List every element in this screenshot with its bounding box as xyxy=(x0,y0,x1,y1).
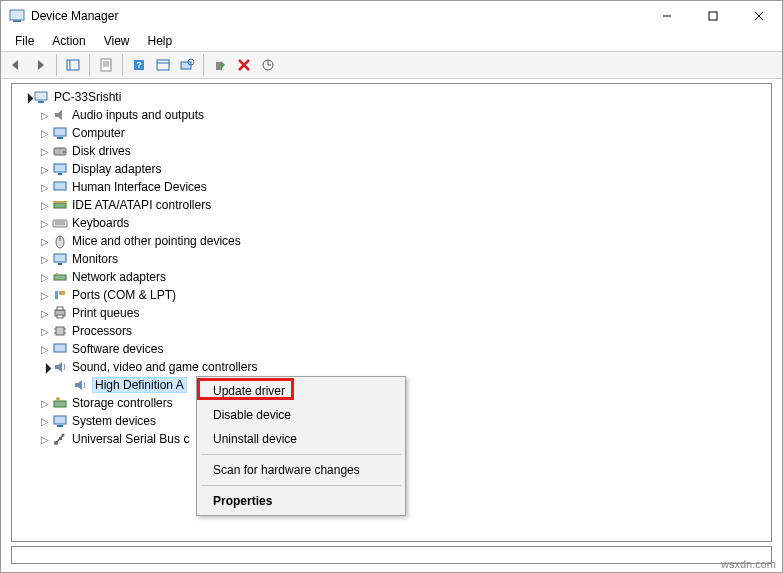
menubar: File Action View Help xyxy=(1,31,782,51)
update-driver-button[interactable] xyxy=(257,54,279,76)
expand-chevron-icon[interactable]: ▷ xyxy=(38,164,52,175)
expand-chevron-icon[interactable]: ▷ xyxy=(38,200,52,211)
tree-category[interactable]: ▷Network adapters xyxy=(16,268,771,286)
expand-chevron-icon[interactable]: ▷ xyxy=(38,272,52,283)
ctx-disable-device[interactable]: Disable device xyxy=(199,403,403,427)
help-button[interactable]: ? xyxy=(128,54,150,76)
minimize-button[interactable] xyxy=(644,1,690,31)
svg-rect-52 xyxy=(54,344,66,352)
svg-rect-41 xyxy=(56,273,58,275)
menu-action[interactable]: Action xyxy=(44,32,93,50)
toolbar: ? xyxy=(1,51,782,79)
expand-chevron-icon[interactable]: ▷ xyxy=(38,110,52,121)
storage-icon xyxy=(52,395,68,411)
pc-icon xyxy=(34,89,50,105)
expand-chevron-icon[interactable]: ▷ xyxy=(38,326,52,337)
uninstall-device-button[interactable] xyxy=(233,54,255,76)
svg-rect-30 xyxy=(54,182,66,190)
software-icon xyxy=(52,341,68,357)
expand-chevron-icon[interactable]: ▷ xyxy=(38,290,52,301)
ctx-update-driver[interactable]: Update driver xyxy=(199,379,403,403)
ctx-separator xyxy=(201,485,401,486)
menu-view[interactable]: View xyxy=(96,32,138,50)
svg-rect-28 xyxy=(54,164,66,172)
svg-text:?: ? xyxy=(136,60,142,70)
ctx-uninstall-device[interactable]: Uninstall device xyxy=(199,427,403,451)
sound-icon xyxy=(72,377,88,393)
forward-button[interactable] xyxy=(29,54,51,76)
enable-device-button[interactable] xyxy=(209,54,231,76)
ctx-scan-hardware[interactable]: Scan for hardware changes xyxy=(199,458,403,482)
scan-hardware-button[interactable] xyxy=(176,54,198,76)
expand-chevron-icon[interactable]: ▷ xyxy=(38,128,52,139)
tree-item-label: IDE ATA/ATAPI controllers xyxy=(72,198,211,212)
tree-category[interactable]: ▷Software devices xyxy=(16,340,771,358)
svg-rect-24 xyxy=(54,128,66,136)
expand-chevron-icon[interactable]: ▷ xyxy=(38,416,52,427)
tree-category[interactable]: ▷Disk drives xyxy=(16,142,771,160)
watermark: wsxdn.com xyxy=(721,558,776,570)
svg-rect-32 xyxy=(53,201,67,203)
show-hide-console-button[interactable] xyxy=(62,54,84,76)
close-button[interactable] xyxy=(736,1,782,31)
computer-icon xyxy=(52,125,68,141)
tree-category[interactable]: ▷IDE ATA/ATAPI controllers xyxy=(16,196,771,214)
expand-chevron-icon[interactable]: ▷ xyxy=(38,434,52,445)
tree-category[interactable]: ▷Display adapters xyxy=(16,160,771,178)
tree-category[interactable]: ▷Ports (COM & LPT) xyxy=(16,286,771,304)
tree-category[interactable]: ▷Keyboards xyxy=(16,214,771,232)
tree-category[interactable]: ▷Audio inputs and outputs xyxy=(16,106,771,124)
tree-item-label: Monitors xyxy=(72,252,118,266)
svg-rect-25 xyxy=(57,137,63,139)
menu-file[interactable]: File xyxy=(7,32,42,50)
svg-rect-31 xyxy=(54,203,66,208)
port-icon xyxy=(52,287,68,303)
printer-icon xyxy=(52,305,68,321)
sound-icon xyxy=(52,359,68,375)
tree-category[interactable]: ▷Processors xyxy=(16,322,771,340)
tree-root[interactable]: ◢PC-33Srishti xyxy=(16,88,771,106)
svg-rect-38 xyxy=(54,254,66,262)
expand-chevron-icon[interactable]: ▷ xyxy=(38,308,52,319)
tree-item-label: Network adapters xyxy=(72,270,166,284)
svg-rect-3 xyxy=(709,12,717,20)
tree-category[interactable]: ▷Mice and other pointing devices xyxy=(16,232,771,250)
tree-category[interactable]: ▷Human Interface Devices xyxy=(16,178,771,196)
tree-category[interactable]: ▷Monitors xyxy=(16,250,771,268)
tree-item-label: Disk drives xyxy=(72,144,131,158)
ctx-properties[interactable]: Properties xyxy=(199,489,403,513)
tree-item-label: Software devices xyxy=(72,342,163,356)
ctx-separator xyxy=(201,454,401,455)
view-options-button[interactable] xyxy=(152,54,174,76)
expand-chevron-icon[interactable]: ▷ xyxy=(38,254,52,265)
expand-chevron-icon[interactable]: ▷ xyxy=(38,236,52,247)
tree-item-label: Computer xyxy=(72,126,125,140)
svg-point-54 xyxy=(56,397,60,401)
expand-chevron-icon[interactable]: ▷ xyxy=(38,398,52,409)
maximize-button[interactable] xyxy=(690,1,736,31)
svg-rect-14 xyxy=(157,60,169,70)
expand-chevron-icon[interactable]: ▷ xyxy=(38,218,52,229)
tree-category[interactable]: ▷Computer xyxy=(16,124,771,142)
ide-icon xyxy=(52,197,68,213)
svg-rect-56 xyxy=(57,425,63,427)
svg-rect-8 xyxy=(101,59,111,71)
back-button[interactable] xyxy=(5,54,27,76)
svg-rect-47 xyxy=(56,327,64,335)
svg-rect-39 xyxy=(58,263,62,265)
svg-rect-40 xyxy=(54,275,66,280)
window-title: Device Manager xyxy=(31,9,644,23)
tree-category[interactable]: ▷Print queues xyxy=(16,304,771,322)
svg-rect-43 xyxy=(59,291,65,295)
properties-button[interactable] xyxy=(95,54,117,76)
svg-rect-29 xyxy=(58,173,62,175)
expand-chevron-icon[interactable]: ▷ xyxy=(38,182,52,193)
expand-chevron-icon[interactable]: ▷ xyxy=(38,146,52,157)
tree-item-label: Keyboards xyxy=(72,216,129,230)
menu-help[interactable]: Help xyxy=(140,32,181,50)
svg-point-27 xyxy=(63,151,65,153)
expand-chevron-icon[interactable]: ▷ xyxy=(38,344,52,355)
tree-category-sound[interactable]: ◢Sound, video and game controllers xyxy=(16,358,771,376)
context-menu: Update driver Disable device Uninstall d… xyxy=(196,376,406,516)
audio-icon xyxy=(52,107,68,123)
